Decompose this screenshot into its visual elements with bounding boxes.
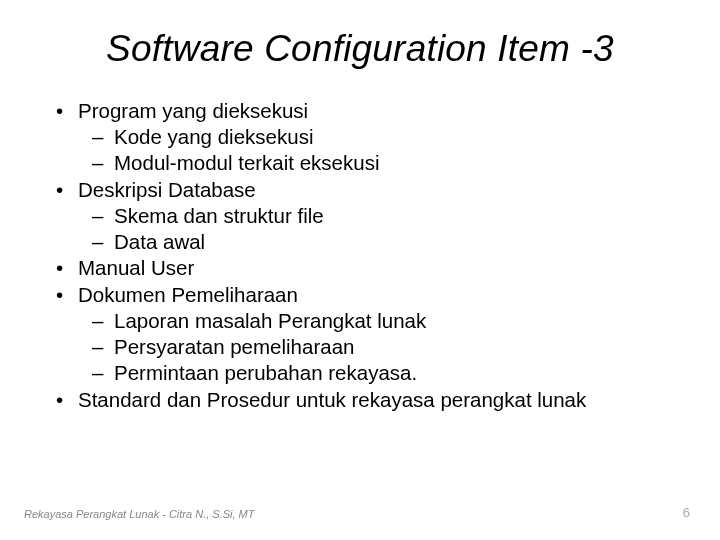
slide-body: Program yang dieksekusi Kode yang diekse… bbox=[48, 98, 672, 413]
list-item: Modul-modul terkait eksekusi bbox=[78, 150, 672, 176]
sub-list: Kode yang dieksekusi Modul-modul terkait… bbox=[78, 124, 672, 176]
page-number: 6 bbox=[683, 505, 690, 520]
list-item-text: Deskripsi Database bbox=[78, 178, 256, 201]
list-item: Data awal bbox=[78, 229, 672, 255]
list-item-text: Program yang dieksekusi bbox=[78, 99, 308, 122]
list-item-text: Laporan masalah Perangkat lunak bbox=[114, 309, 426, 332]
list-item: Standard dan Prosedur untuk rekayasa per… bbox=[48, 387, 672, 413]
list-item: Laporan masalah Perangkat lunak bbox=[78, 308, 672, 334]
list-item-text: Manual User bbox=[78, 256, 194, 279]
sub-list: Skema dan struktur file Data awal bbox=[78, 203, 672, 255]
slide: Software Configuration Item -3 Program y… bbox=[0, 0, 720, 540]
list-item: Deskripsi Database Skema dan struktur fi… bbox=[48, 177, 672, 256]
list-item-text: Data awal bbox=[114, 230, 205, 253]
list-item-text: Persyaratan pemeliharaan bbox=[114, 335, 354, 358]
list-item: Kode yang dieksekusi bbox=[78, 124, 672, 150]
list-item-text: Kode yang dieksekusi bbox=[114, 125, 313, 148]
list-item: Dokumen Pemeliharaan Laporan masalah Per… bbox=[48, 282, 672, 387]
list-item: Manual User bbox=[48, 255, 672, 281]
sub-list: Laporan masalah Perangkat lunak Persyara… bbox=[78, 308, 672, 387]
list-item: Persyaratan pemeliharaan bbox=[78, 334, 672, 360]
list-item: Program yang dieksekusi Kode yang diekse… bbox=[48, 98, 672, 177]
list-item-text: Standard dan Prosedur untuk rekayasa per… bbox=[78, 388, 586, 411]
slide-title: Software Configuration Item -3 bbox=[48, 28, 672, 70]
list-item-text: Modul-modul terkait eksekusi bbox=[114, 151, 379, 174]
list-item: Skema dan struktur file bbox=[78, 203, 672, 229]
list-item-text: Dokumen Pemeliharaan bbox=[78, 283, 298, 306]
list-item: Permintaan perubahan rekayasa. bbox=[78, 360, 672, 386]
list-item-text: Permintaan perubahan rekayasa. bbox=[114, 361, 417, 384]
footer-text: Rekayasa Perangkat Lunak - Citra N., S.S… bbox=[24, 508, 254, 520]
bullet-list: Program yang dieksekusi Kode yang diekse… bbox=[48, 98, 672, 413]
list-item-text: Skema dan struktur file bbox=[114, 204, 324, 227]
